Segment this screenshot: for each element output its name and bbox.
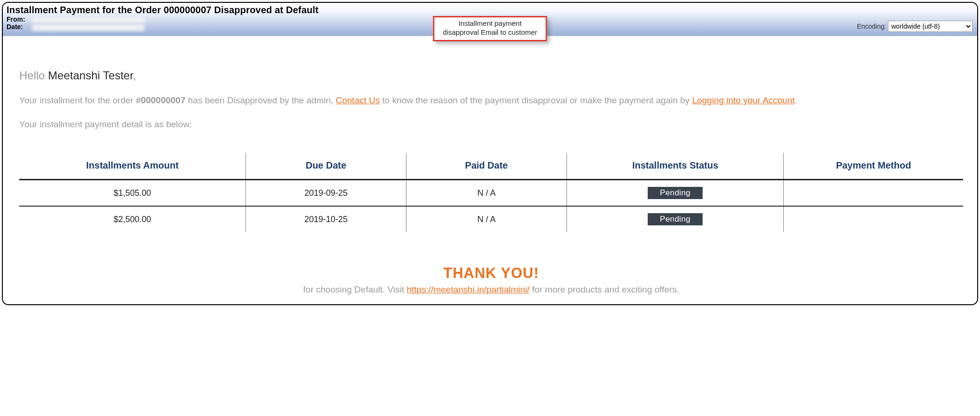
customer-name: Meetanshi Tester — [48, 69, 133, 82]
cell-status: Pending — [567, 206, 784, 232]
th-due: Due Date — [246, 153, 406, 180]
annotation-callout: Installment payment disapproval Email to… — [433, 16, 547, 41]
cell-method — [784, 206, 963, 232]
th-amount: Installments Amount — [19, 153, 246, 180]
hello-text: Hello — [19, 69, 48, 82]
footer-line: for choosing Default. Visit https://meet… — [19, 285, 963, 295]
cell-paid: N / A — [406, 180, 567, 207]
p1-text-a: Your installment for the order — [19, 95, 136, 105]
cell-amount: $1,505.00 — [19, 180, 246, 207]
login-account-link[interactable]: Logging into your Account — [692, 95, 795, 105]
email-subject: Installment Payment for the Order 000000… — [7, 5, 973, 15]
cell-amount: $2,500.00 — [19, 206, 246, 232]
cell-due: 2019-10-25 — [246, 206, 406, 232]
footer-text-a: for choosing Default. Visit — [303, 285, 406, 294]
greeting-comma: , — [133, 69, 136, 82]
thank-you-heading: THANK YOU! — [19, 265, 963, 282]
callout-line-1: Installment payment — [443, 19, 537, 28]
footer-url-link[interactable]: https://meetanshi.in/partialmini/ — [406, 285, 529, 294]
cell-method — [784, 180, 963, 207]
table-row: $2,500.00 2019-10-25 N / A Pending — [19, 206, 963, 232]
p1-text-c: to know the reason of the payment disapp… — [380, 95, 692, 105]
th-method: Payment Method — [784, 153, 963, 180]
th-paid: Paid Date — [406, 153, 567, 180]
encoding-select[interactable]: worldwide (utf-8) — [888, 21, 972, 32]
from-label: From: — [7, 15, 30, 23]
contact-us-link[interactable]: Contact Us — [336, 95, 380, 105]
greeting: Hello Meetanshi Tester, — [19, 69, 963, 82]
thank-you-footer: THANK YOU! for choosing Default. Visit h… — [19, 265, 963, 295]
detail-intro: Your installment payment detail is as be… — [19, 119, 963, 130]
status-badge: Pending — [648, 213, 703, 225]
email-header: Installment Payment for the Order 000000… — [3, 3, 977, 36]
status-badge: Pending — [648, 187, 703, 199]
footer-text-b: for more products and exciting offers. — [529, 285, 679, 294]
table-row: $1,505.00 2019-09-25 N / A Pending — [19, 180, 963, 207]
order-number: #000000007 — [136, 95, 186, 105]
date-label: Date: — [7, 23, 30, 31]
cell-paid: N / A — [406, 206, 567, 232]
disapproval-paragraph: Your installment for the order #00000000… — [19, 93, 963, 107]
from-value-redacted — [32, 16, 145, 23]
p1-period: . — [795, 95, 797, 105]
encoding-label: Encoding: — [857, 23, 886, 30]
callout-line-2: disapproval Email to customer — [443, 28, 537, 37]
email-preview-window: Installment Payment for the Order 000000… — [2, 2, 978, 305]
cell-status: Pending — [567, 180, 784, 207]
p1-text-b: has been Disapproved by the admin, — [185, 95, 336, 105]
th-status: Installments Status — [567, 153, 784, 180]
encoding-control: Encoding: worldwide (utf-8) — [857, 21, 972, 32]
email-body: Hello Meetanshi Tester, Your installment… — [3, 36, 977, 304]
cell-due: 2019-09-25 — [246, 180, 406, 207]
installments-table: Installments Amount Due Date Paid Date I… — [19, 153, 963, 232]
date-value-redacted — [32, 24, 145, 31]
